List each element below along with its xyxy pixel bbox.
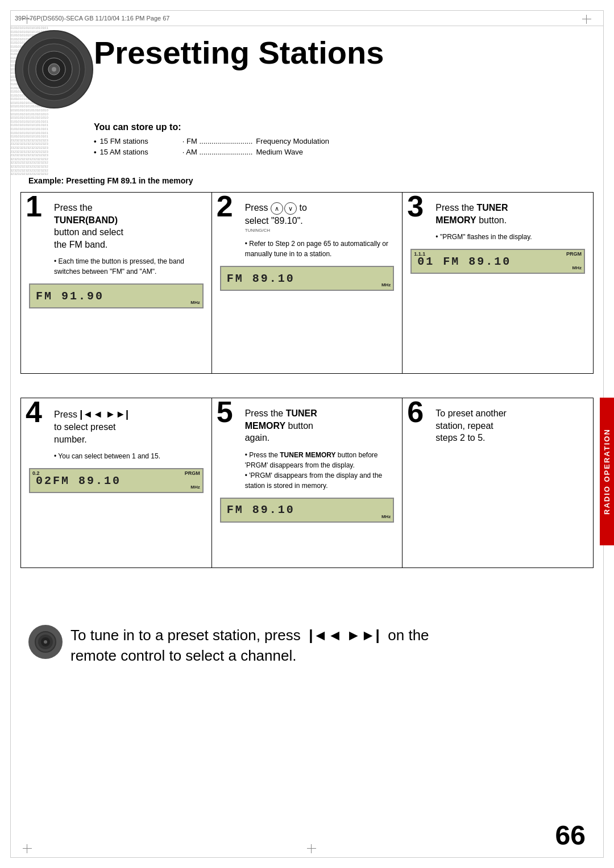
step-2-bullet-1: Refer to Step 2 on page 65 to automatica… [245,239,395,259]
step-2-lcd-text: FM 89.10 [227,272,295,285]
steps-grid-top: 1 Press the TUNER(BAND) button and selec… [20,192,594,374]
step-3-lcd-corner: 1.1.1 [414,251,425,257]
step-1-lcd-unit: MHz [190,300,200,305]
step-1-bullet-1: Each time the button is pressed, the ban… [54,256,204,277]
step-1-main: TUNER(BAND) [54,215,118,225]
step-4-number: 4 [26,397,42,427]
step-2-display: FM 89.10 MHz [220,266,395,291]
step-4-lcd-text: 02FM 89.10 [36,474,121,487]
step-2-box: 2 Press ∧ ∨ toselect "89.10". TUNING/CH … [212,192,403,374]
step-5-prefix: Press the [245,408,286,418]
step-5-bullets: Press the TUNER MEMORY button before 'PR… [245,450,395,491]
step-2-action: Press ∧ ∨ toselect "89.10". [245,202,395,227]
svg-point-10 [44,640,47,644]
store-heading: You can store up to: [94,122,591,132]
store-item-fm: • 15 FM stations [94,137,148,145]
step-3-lcd-text: 01 FM 89.10 [417,255,511,268]
step-4-bullet-1: You can select between 1 and 15. [54,451,204,461]
down-arrow-icon: ∨ [284,202,297,215]
bullet-am: • [94,148,97,156]
step-5-number: 5 [217,397,233,427]
store-section: You can store up to: • 15 FM stations • … [94,122,591,156]
crossmark-bc [307,844,316,853]
page-number: 66 [555,820,586,851]
skip-back-icon: |◄◄ [80,408,103,420]
step-3-prefix: Press the [435,203,476,212]
step-5-action: Press the TUNER MEMORY buttonagain. [245,407,395,444]
step-1-content: Press the TUNER(BAND) button and selectt… [54,202,204,277]
step-3-memory: MEMORY [435,215,476,225]
step-4-lcd-corner: 0.2 [32,470,40,476]
fm-value: Frequency Modulation [256,137,329,145]
step-3-box: 3 Press the TUNER MEMORY button. "PRGM" … [403,192,594,374]
steps-grid-bottom: 4 Press |◄◄ ►►| to select presetnumber. … [20,398,594,568]
note-circle-icon [28,625,63,659]
am-label: · AM .......................... [182,148,253,156]
header-meta: 39P~76P(DS650)-SECA GB 11/10/04 1:16 PM … [15,15,169,22]
store-am-label: · AM .......................... Medium W… [182,148,329,156]
title-area: Presetting Stations [94,35,591,70]
svg-point-6 [52,67,56,72]
step-3-lcd-prgm: PRGM [566,251,582,257]
speaker-image [14,30,94,109]
store-item-am: • 15 AM stations [94,148,148,156]
am-value: Medium Wave [256,148,303,156]
step-5-lcd-text: FM 89.10 [227,503,295,516]
step-3-bullets: "PRGM" flashes in the display. [435,232,585,242]
step-4-bullets: You can select between 1 and 15. [54,451,204,461]
step-1-prefix: Press the [54,203,93,212]
step-5-bullet-1: Press the TUNER MEMORY button before 'PR… [245,450,395,470]
step-3-action: Press the TUNER MEMORY button. [435,202,585,226]
step-3-content: Press the TUNER MEMORY button. "PRGM" fl… [435,202,585,242]
step-4-display: 0.2 PRGM 02FM 89.10 MHz [29,468,204,493]
step-2-lcd-unit: MHz [381,282,391,287]
tuning-ch-label: TUNING/CH [245,228,395,233]
step-6-number: 6 [407,397,424,427]
step-2-number: 2 [217,191,233,221]
step-3-number: 3 [407,191,424,221]
step-3-bullet-1: "PRGM" flashes in the display. [435,232,585,242]
step-5-memory: MEMORY [245,421,285,431]
step-1-action: Press the TUNER(BAND) button and selectt… [54,202,204,251]
step-4-lcd-unit: MHz [190,485,200,490]
step-2-bullets: Refer to Step 2 on page 65 to automatica… [245,239,395,259]
bottom-note-text: To tune in to a preset station, press |◄… [70,625,429,666]
header-bar: 39P~76P(DS650)-SECA GB 11/10/04 1:16 PM … [10,10,604,26]
step-5-bullet-2: 'PRGM' disappears from the display and t… [245,470,395,491]
step-5-display: FM 89.10 MHz [220,498,395,523]
store-fm-label: · FM .......................... Frequenc… [182,137,329,145]
crossmark-tr [582,15,591,24]
bullet-fm: • [94,137,97,145]
step-5-content: Press the TUNER MEMORY buttonagain. Pres… [245,407,395,491]
bottom-note: To tune in to a preset station, press |◄… [28,625,580,666]
step-6-box: 6 To preset anotherstation, repeatsteps … [403,398,594,568]
step-6-content: To preset anotherstation, repeatsteps 2 … [435,407,585,444]
step-5-lcd-unit: MHz [381,514,391,519]
up-arrow-icon: ∧ [271,202,283,215]
step-1-suffix: button and selectthe FM band. [54,227,123,249]
radio-operation-label: RADIO OPERATION [600,398,614,545]
step-2-content: Press ∧ ∨ toselect "89.10". TUNING/CH Re… [245,202,395,259]
step-1-bullets: Each time the button is pressed, the ban… [54,256,204,277]
step-6-text: To preset anotherstation, repeatsteps 2 … [435,408,507,443]
step-4-suffix: to select presetnumber. [54,422,116,444]
step-1-display: FM 91.90 MHz [29,283,204,308]
step-5-box: 5 Press the TUNER MEMORY buttonagain. Pr… [212,398,403,568]
step-2-prefix: Press [245,203,271,212]
step-3-tuner: TUNER [476,203,508,212]
step-3-lcd-unit: MHz [572,265,582,270]
step-1-box: 1 Press the TUNER(BAND) button and selec… [20,192,212,374]
page-title: Presetting Stations [94,35,591,70]
step-4-content: Press |◄◄ ►►| to select presetnumber. Yo… [54,407,204,461]
step-4-action: Press |◄◄ ►►| to select presetnumber. [54,407,204,445]
step-5-tuner: TUNER [286,408,317,418]
step-4-lcd-prgm: PRGM [185,470,200,476]
step-1-number: 1 [26,191,42,221]
step-1-lcd-text: FM 91.90 [36,290,104,303]
store-col-labels: · FM .......................... Frequenc… [182,137,329,156]
store-list: • 15 FM stations • 15 AM stations · FM .… [94,137,591,156]
step-3-suffix: button. [476,215,507,225]
step-4-prefix: Press [54,410,80,419]
step-3-display: 1.1.1 PRGM 01 FM 89.10 MHz [410,249,585,274]
step-6-action: To preset anotherstation, repeatsteps 2 … [435,407,585,444]
